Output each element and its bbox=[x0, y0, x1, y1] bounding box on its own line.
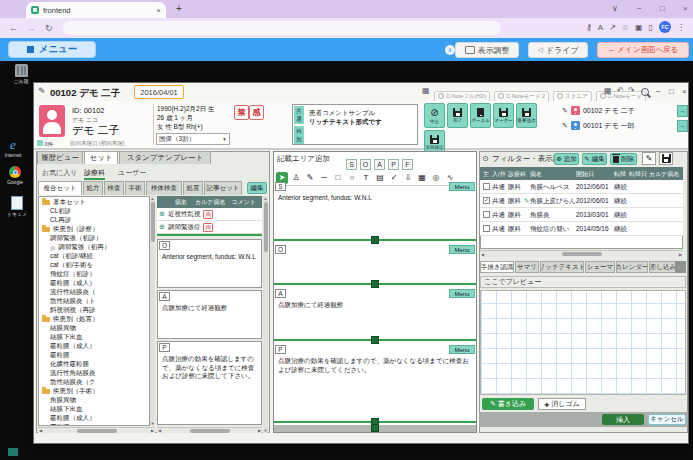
redo-icon[interactable]: ↷ bbox=[628, 86, 635, 95]
type-tab-1[interactable]: 処方 bbox=[83, 181, 103, 195]
display-adjust-button[interactable]: 表示調整 bbox=[455, 42, 519, 58]
tree-item[interactable]: CL再診 bbox=[41, 216, 149, 225]
layout-mode-option[interactable]: C-Noteモード 2 bbox=[494, 91, 549, 102]
section-menu-button[interactable]: Menu bbox=[449, 182, 475, 191]
pencil-icon[interactable]: ✎ bbox=[562, 107, 568, 115]
open-patient-button[interactable]: → bbox=[677, 105, 688, 117]
dx-list-row[interactable]: 共通眼科角膜炎2013/03/01継続 bbox=[480, 208, 683, 222]
expand-circle-icon[interactable]: ⊕ bbox=[159, 223, 165, 231]
desktop-icon-documents[interactable]: ドキュメ bbox=[4, 196, 30, 217]
karte-section-A[interactable]: A Menu 点眼加療にて経過観察 bbox=[274, 288, 476, 341]
medical-send-button[interactable]: 医事送信 bbox=[516, 103, 537, 128]
main-dx-checkbox[interactable]: ✓ bbox=[483, 197, 490, 204]
input-tab-3[interactable]: シェーマ bbox=[585, 261, 615, 273]
scroll-right-icon[interactable]: ▶ bbox=[679, 252, 682, 257]
left-tab-1[interactable]: セット bbox=[84, 151, 118, 164]
tree-folder[interactable]: 疾患別（診察） bbox=[41, 225, 149, 234]
browser-maximize-button[interactable]: □ bbox=[660, 4, 665, 13]
tree-item[interactable]: cat（初/手術を bbox=[41, 261, 149, 270]
cancel-button[interactable]: キャンセル bbox=[648, 414, 686, 425]
tree-item[interactable]: 化膿性霰粒腫 bbox=[41, 360, 149, 369]
left-section-P[interactable]: P 点眼治療の効果を確認しますので、薬がなくなる頃までに検査および診察に来院して… bbox=[157, 341, 262, 425]
tree-item[interactable]: 結膜下出血 bbox=[41, 405, 149, 414]
patient-list-row[interactable]: ✎00102 デモ 二子→ bbox=[562, 103, 688, 118]
input-tab-1[interactable]: サマリ bbox=[515, 261, 539, 273]
dx-row[interactable]: ⊕調節緊張症両 bbox=[157, 221, 262, 234]
pencil-icon[interactable]: ✎ bbox=[562, 122, 568, 130]
bookmark-star-icon[interactable]: ☆ bbox=[622, 23, 629, 32]
new-tab-button[interactable]: + bbox=[176, 3, 182, 14]
karte-section-S[interactable]: S Menu Anterior segment, fundus: W.N.L bbox=[274, 181, 476, 241]
profile-avatar[interactable]: FC bbox=[659, 21, 671, 33]
left-tab-2[interactable]: スタンプテンプレート bbox=[119, 151, 211, 164]
tree-item[interactable]: 霰粒腫（成人） bbox=[41, 414, 149, 423]
dx-list-row[interactable]: 共通眼科飛蚊症の疑い2014/05/16継続 bbox=[480, 222, 683, 236]
tree-item[interactable]: 流行性結膜炎（ bbox=[41, 288, 149, 297]
section-menu-button[interactable]: Menu bbox=[449, 345, 475, 354]
info-icon[interactable]: i bbox=[445, 45, 455, 55]
insert-button[interactable]: 挿入 bbox=[602, 414, 644, 425]
expand-circle-icon[interactable]: ⊕ bbox=[159, 210, 165, 218]
left-subtab-1[interactable]: 診療科 bbox=[84, 168, 105, 180]
chrome-menu-icon[interactable]: ⋮ bbox=[677, 23, 685, 32]
type-tab-0[interactable]: 複合セット bbox=[38, 181, 82, 195]
address-input[interactable] bbox=[63, 21, 501, 35]
layout-mode-option[interactable]: C-Noteフル(HD) bbox=[434, 91, 490, 102]
layout-grid2-icon[interactable]: ▦ bbox=[604, 86, 612, 95]
window-minimize-button[interactable]: − bbox=[656, 87, 661, 96]
tree-item[interactable]: 霰粒腫（成人） bbox=[41, 342, 149, 351]
layout-grid-icon[interactable]: ▦ bbox=[422, 86, 430, 95]
scroll-left-icon[interactable]: ◀ bbox=[481, 252, 484, 257]
window-maximize-button[interactable]: □ bbox=[669, 87, 674, 96]
tree-item[interactable]: 角膜異物 bbox=[41, 396, 149, 405]
left-tab-0[interactable]: 履歴ビュー bbox=[37, 151, 83, 164]
left-vscrollbar[interactable]: ▲ ▼ bbox=[263, 196, 268, 433]
tree-folder[interactable]: 基本セット bbox=[41, 198, 149, 207]
input-tab-4[interactable]: カレンダー bbox=[616, 261, 648, 273]
filter-collapse-icon[interactable]: ⊙ bbox=[482, 154, 489, 163]
order-button[interactable]: オーダー bbox=[493, 103, 514, 128]
scroll-up-icon[interactable]: ▲ bbox=[150, 196, 155, 201]
menu-button[interactable]: メニュー bbox=[8, 41, 96, 58]
translate-icon[interactable]: A bbox=[598, 23, 603, 32]
section-resize-handle[interactable] bbox=[371, 336, 379, 344]
tabs-more-button[interactable] bbox=[675, 261, 686, 273]
brush-button[interactable]: ✎ bbox=[642, 152, 656, 165]
scroll-left-icon[interactable]: ◀ bbox=[39, 428, 42, 433]
key-icon[interactable]: ⚷ bbox=[586, 23, 592, 32]
section-resize-handle[interactable] bbox=[371, 236, 379, 244]
back-icon[interactable]: ← bbox=[9, 23, 18, 33]
zoom-search-icon[interactable] bbox=[641, 88, 649, 96]
left-section-O[interactable]: O Anterior segment, fundus: W.N.L bbox=[157, 239, 262, 288]
section-resize-handle[interactable] bbox=[371, 280, 379, 288]
open-patient-button[interactable]: → bbox=[677, 120, 688, 132]
desktop-icon-recycle-bin[interactable]: ごみ箱 bbox=[8, 64, 34, 84]
visit-date-field[interactable]: 2016/04/01 bbox=[134, 85, 184, 99]
patient-list-row[interactable]: ✎00101 デモ 一郎→ bbox=[562, 118, 688, 133]
type-tab-3[interactable]: 手術 bbox=[125, 181, 145, 195]
eraser-button[interactable]: ✚消しゴム bbox=[538, 398, 586, 410]
tree-item[interactable]: 結膜下出血 bbox=[41, 333, 149, 342]
dx-delete-button[interactable]: 削除 bbox=[610, 153, 637, 165]
forward-icon[interactable]: → bbox=[27, 23, 36, 33]
browser-close-button[interactable]: × bbox=[683, 4, 688, 13]
type-tab-5[interactable]: 処置 bbox=[183, 181, 203, 195]
reload-icon[interactable]: ↻ bbox=[45, 23, 53, 33]
scroll-down-icon[interactable]: ▼ bbox=[150, 421, 155, 426]
dx-row[interactable]: ⊕近視性乱視両 bbox=[157, 208, 262, 221]
tree-hscrollbar[interactable]: ◀▶ bbox=[38, 427, 155, 433]
cancel-visit-button[interactable]: ⊘中止 bbox=[424, 103, 445, 128]
extensions-puzzle-icon[interactable]: ▣ bbox=[635, 23, 643, 32]
main-dx-checkbox[interactable] bbox=[483, 211, 490, 218]
side-panel-icon[interactable]: ▯ bbox=[649, 23, 653, 32]
karte-section-O[interactable]: O Menu bbox=[274, 244, 476, 285]
input-tab-5[interactable]: 差し込み bbox=[649, 261, 677, 273]
tree-item[interactable]: 飛蚊症（初診） bbox=[41, 270, 149, 279]
tree-item[interactable]: 斜視弱視（再診 bbox=[41, 306, 149, 315]
type-tab-4[interactable]: 検体検査 bbox=[146, 181, 182, 195]
tree-item[interactable]: 調節緊張（初診） bbox=[41, 234, 149, 243]
dx-edit-button[interactable]: ✎編集 bbox=[582, 153, 607, 165]
section-menu-button[interactable]: Menu bbox=[449, 245, 475, 254]
dx-list-hscrollbar[interactable]: ◀▶ bbox=[480, 250, 683, 257]
scroll-right-icon[interactable]: ▶ bbox=[151, 428, 154, 433]
